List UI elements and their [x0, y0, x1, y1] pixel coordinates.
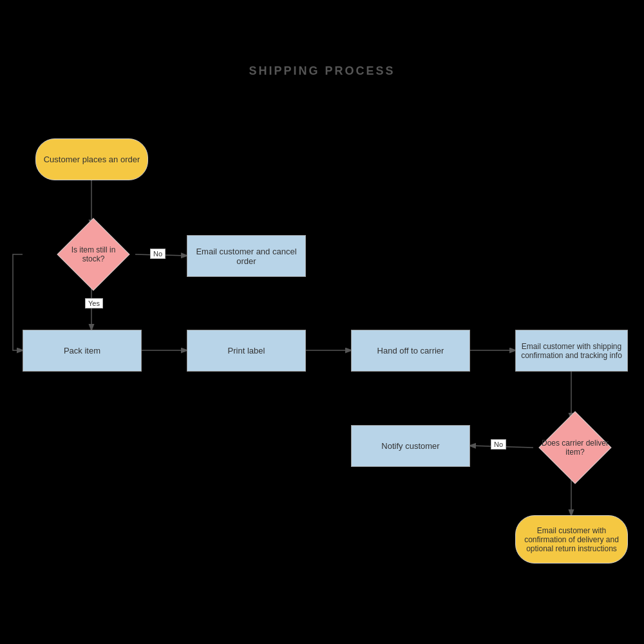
cancel-node: Email customer and cancel order	[187, 235, 306, 277]
decision1-node: Is item still in stock?	[52, 225, 135, 283]
print-node: Print label	[187, 330, 306, 372]
decision2-node: Does carrier deliver item?	[533, 419, 617, 477]
start-node: Customer places an order	[35, 138, 148, 180]
email-delivery-node: Email customer with confirmation of deli…	[515, 515, 628, 564]
pack-node: Pack item	[23, 330, 142, 372]
yes1-label: Yes	[85, 298, 103, 308]
email-confirm-node: Email customer with shipping confirmatio…	[515, 330, 628, 372]
no1-label: No	[150, 249, 166, 259]
flowchart-canvas: SHIPPING PROCESS Customer places an orde…	[0, 0, 644, 644]
notify-node: Notify customer	[351, 425, 470, 467]
handoff-node: Hand off to carrier	[351, 330, 470, 372]
page-title: SHIPPING PROCESS	[0, 64, 644, 78]
no2-label: No	[491, 439, 506, 450]
